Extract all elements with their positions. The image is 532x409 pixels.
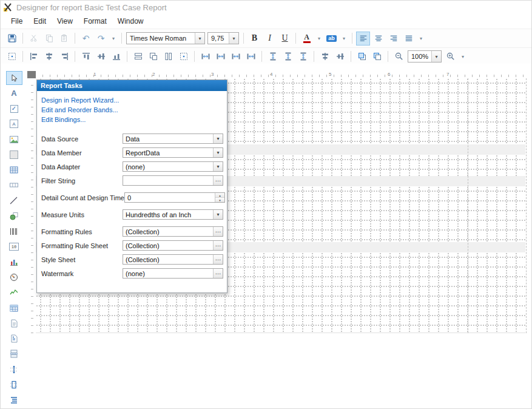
detail-count-spinner[interactable]: 0 ▴ ▾ bbox=[124, 192, 225, 203]
ellipsis-button[interactable]: … bbox=[213, 269, 223, 278]
ellipsis-button[interactable]: … bbox=[213, 176, 223, 185]
decrease-horizontal-spacing-button[interactable] bbox=[229, 50, 243, 64]
align-bottoms-button[interactable] bbox=[109, 50, 123, 64]
toolbox-item-page-break[interactable] bbox=[6, 347, 22, 361]
highlight-button[interactable]: ab bbox=[325, 32, 338, 46]
toolbox-item-picture-box[interactable] bbox=[6, 132, 22, 146]
zoom-in-button[interactable] bbox=[443, 50, 457, 64]
toolbox-item-panel[interactable] bbox=[6, 147, 22, 161]
spinner-buttons[interactable]: ▴ ▾ bbox=[215, 193, 224, 202]
data-source-dropdown[interactable]: Data ▾ bbox=[123, 134, 223, 144]
make-same-size-button[interactable] bbox=[146, 50, 160, 64]
align-text-right-button[interactable] bbox=[386, 32, 400, 46]
highlight-dropdown-icon[interactable]: ▾ bbox=[340, 32, 348, 46]
font-color-dropdown-icon[interactable]: ▾ bbox=[315, 32, 323, 46]
spin-down-icon[interactable]: ▾ bbox=[215, 198, 224, 202]
formatting-rule-sheet-field[interactable]: (Collection) … bbox=[123, 240, 223, 251]
style-sheet-field[interactable]: (Collection) … bbox=[123, 254, 223, 265]
undo-dropdown-icon[interactable]: ▾ bbox=[109, 32, 118, 46]
equal-vertical-spacing-button[interactable] bbox=[266, 50, 280, 64]
make-same-height-button[interactable] bbox=[161, 50, 175, 64]
align-rights-button[interactable] bbox=[57, 50, 71, 64]
menu-window[interactable]: Window bbox=[112, 15, 149, 27]
undo-button[interactable]: ↶ bbox=[79, 32, 93, 46]
link-design-in-report-wizard[interactable]: Design in Report Wizard... bbox=[41, 95, 223, 105]
link-edit-and-reorder-bands[interactable]: Edit and Reorder Bands... bbox=[41, 105, 223, 115]
menu-view[interactable]: View bbox=[52, 15, 78, 27]
cut-button[interactable] bbox=[27, 32, 41, 46]
menu-file[interactable]: File bbox=[5, 15, 28, 27]
make-same-width-button[interactable] bbox=[131, 50, 145, 64]
toolbox-item-pointer[interactable] bbox=[6, 71, 22, 85]
dropdown-arrow-icon[interactable]: ▾ bbox=[229, 33, 238, 44]
toolbox-item-check-box[interactable]: ✓ bbox=[6, 102, 22, 116]
align-text-justify-button[interactable] bbox=[402, 32, 416, 46]
align-centers-button[interactable] bbox=[42, 50, 56, 64]
dropdown-arrow-icon[interactable]: ▾ bbox=[431, 51, 441, 62]
menu-format[interactable]: Format bbox=[78, 15, 112, 27]
equal-horizontal-spacing-button[interactable] bbox=[198, 50, 212, 64]
toolbar-overflow-icon[interactable]: ▾ bbox=[417, 32, 425, 46]
toolbox-item-bar-code[interactable] bbox=[6, 225, 22, 238]
zoom-out-button[interactable] bbox=[392, 50, 406, 64]
copy-button[interactable] bbox=[42, 32, 56, 46]
increase-horizontal-spacing-button[interactable] bbox=[214, 50, 227, 64]
ellipsis-button[interactable]: … bbox=[213, 241, 223, 250]
dropdown-arrow-icon[interactable]: ▾ bbox=[213, 210, 223, 219]
menu-edit[interactable]: Edit bbox=[28, 15, 52, 27]
underline-button[interactable]: U bbox=[278, 32, 292, 46]
toolbox-item-sparkline[interactable] bbox=[6, 286, 22, 300]
snap-to-grid-button[interactable] bbox=[5, 50, 19, 64]
toolbox-item-table[interactable] bbox=[6, 163, 22, 177]
dropdown-arrow-icon[interactable]: ▾ bbox=[213, 148, 223, 157]
align-tops-button[interactable] bbox=[79, 50, 93, 64]
align-text-center-button[interactable] bbox=[371, 32, 385, 46]
toolbox-item-chart[interactable] bbox=[6, 255, 22, 269]
data-adapter-dropdown[interactable]: (none) ▾ bbox=[123, 161, 223, 172]
paste-button[interactable] bbox=[57, 32, 71, 46]
save-button[interactable] bbox=[5, 32, 19, 46]
toolbox-item-rich-text[interactable]: A bbox=[6, 117, 22, 131]
toolbox-item-cross-band-box[interactable] bbox=[6, 377, 22, 391]
bring-to-front-button[interactable] bbox=[355, 50, 369, 64]
dropdown-arrow-icon[interactable]: ▾ bbox=[213, 134, 223, 143]
spin-up-icon[interactable]: ▴ bbox=[215, 193, 224, 198]
ellipsis-button[interactable]: … bbox=[213, 255, 223, 264]
measure-units-dropdown[interactable]: Hundredths of an Inch ▾ bbox=[123, 209, 223, 220]
ruler-origin-button[interactable] bbox=[27, 71, 36, 78]
ellipsis-button[interactable]: … bbox=[213, 227, 223, 236]
link-edit-bindings[interactable]: Edit Bindings... bbox=[41, 115, 223, 124]
toolbox-item-shape[interactable] bbox=[6, 209, 22, 223]
increase-vertical-spacing-button[interactable] bbox=[281, 50, 295, 64]
align-middles-button[interactable] bbox=[94, 50, 108, 64]
font-size-combo[interactable]: 9,75 ▾ bbox=[207, 32, 239, 44]
filter-string-field[interactable]: … bbox=[123, 175, 223, 186]
toolbox-item-zip-code[interactable]: 10 bbox=[6, 240, 22, 254]
center-horizontally-button[interactable] bbox=[318, 50, 332, 64]
toolbox-item-label[interactable]: A bbox=[6, 86, 22, 100]
toolbox-item-page-info[interactable] bbox=[6, 332, 22, 346]
zoom-combo[interactable]: 100% ▾ bbox=[408, 50, 442, 63]
formatting-rules-field[interactable]: (Collection) … bbox=[123, 226, 223, 237]
toolbox-item-line[interactable] bbox=[6, 194, 22, 208]
toolbox-item-cross-band-line[interactable] bbox=[6, 362, 22, 376]
remove-horizontal-spacing-button[interactable] bbox=[244, 50, 258, 64]
font-color-button[interactable]: A bbox=[300, 32, 314, 46]
bold-button[interactable]: B bbox=[247, 32, 261, 46]
font-name-combo[interactable]: Times New Roman ▾ bbox=[126, 32, 205, 44]
data-member-dropdown[interactable]: ReportData ▾ bbox=[123, 147, 223, 158]
center-vertically-button[interactable] bbox=[333, 50, 347, 64]
send-to-back-button[interactable] bbox=[370, 50, 384, 64]
watermark-field[interactable]: (none) … bbox=[123, 268, 223, 279]
zoom-dropdown-icon[interactable]: ▾ bbox=[459, 50, 467, 64]
toolbox-item-character-comb[interactable] bbox=[6, 178, 22, 192]
toolbox-item-gauge[interactable] bbox=[6, 270, 22, 284]
toolbox-item-table-of-contents[interactable] bbox=[6, 393, 22, 407]
italic-button[interactable]: I bbox=[263, 32, 277, 46]
dropdown-arrow-icon[interactable]: ▾ bbox=[213, 162, 223, 171]
toolbox-item-pivot-grid[interactable] bbox=[6, 301, 22, 315]
size-to-grid-button[interactable] bbox=[177, 50, 190, 64]
align-lefts-button[interactable] bbox=[27, 50, 41, 64]
toolbox-item-subreport[interactable] bbox=[6, 316, 22, 330]
decrease-vertical-spacing-button[interactable] bbox=[296, 50, 310, 64]
